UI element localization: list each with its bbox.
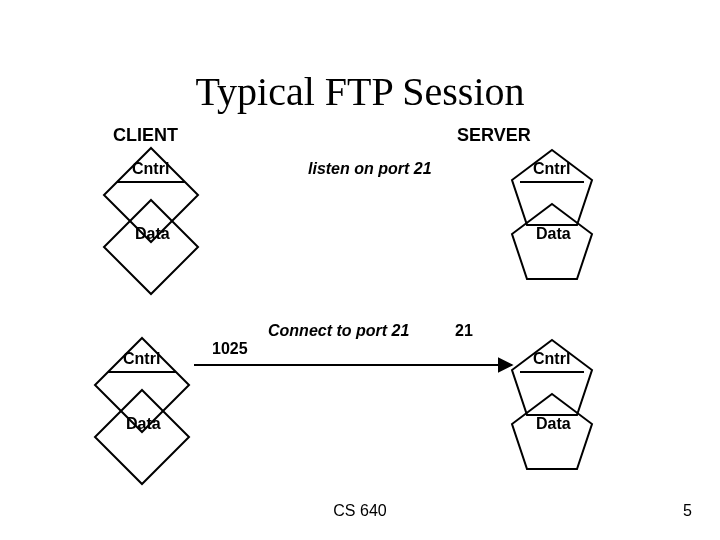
server-cntrl-1-label: Cntrl [533,160,570,178]
client-diamond-4-icon [95,390,189,484]
server-data-1-label: Data [536,225,571,243]
client-data-1-label: Data [135,225,170,243]
footer-slide-number: 5 [683,502,692,520]
connect-message: Connect to port 21 [268,322,409,340]
client-header: CLIENT [113,125,178,146]
slide: Typical FTP Session CLIENT SERVER [0,0,720,540]
svg-marker-5 [95,390,189,484]
slide-title: Typical FTP Session [0,68,720,115]
server-cntrl-2-label: Cntrl [533,350,570,368]
footer-course: CS 640 [0,502,720,520]
client-cntrl-2-label: Cntrl [123,350,160,368]
svg-marker-2 [104,200,198,294]
client-data-2-label: Data [126,415,161,433]
server-header: SERVER [457,125,531,146]
client-cntrl-1-label: Cntrl [132,160,169,178]
client-port-label: 1025 [212,340,248,358]
listen-message: listen on port 21 [308,160,432,178]
server-data-2-label: Data [536,415,571,433]
client-diamond-2-icon [104,200,198,294]
server-port-label: 21 [455,322,473,340]
